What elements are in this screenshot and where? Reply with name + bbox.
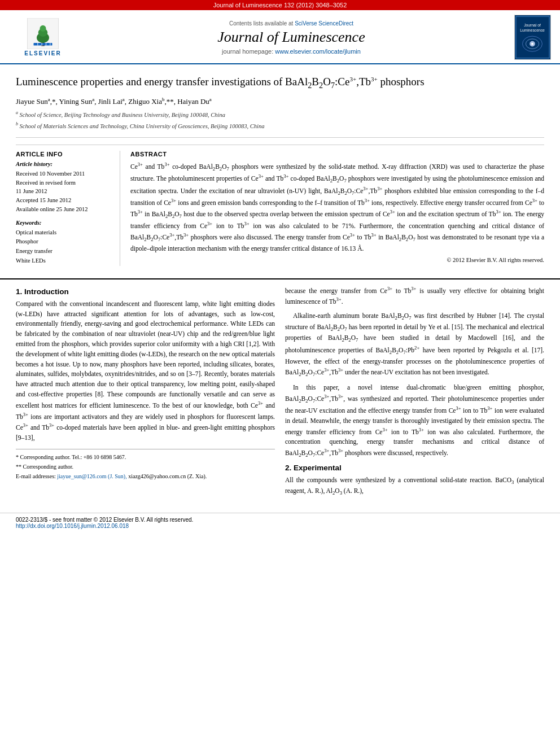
affiliations: a School of Science, Beijing Technology … (16, 110, 544, 138)
abstract-text: Ce3+ and Tb3+ co-doped BaAl2B2O7 phospho… (130, 161, 544, 254)
keyword-1: Optical materials (16, 228, 112, 238)
svg-text:Journal of: Journal of (524, 23, 541, 27)
body-right-col: because the energy transfer from Ce3+ to… (285, 285, 544, 501)
bottom-bar: 0022-2313/$ - see front matter © 2012 El… (0, 513, 560, 532)
svg-point-17 (531, 43, 533, 45)
contents-label: Contents lists available at (229, 20, 293, 27)
svg-text:Luminescence: Luminescence (520, 28, 545, 32)
abstract-heading: ABSTRACT (130, 151, 544, 158)
experimental-section-title: 2. Experimental (285, 464, 544, 472)
article-info-heading: ARTICLE INFO (16, 151, 112, 158)
elsevier-logo-area: ELSEVIER (9, 18, 77, 56)
keyword-4: White LEDs (16, 256, 112, 266)
svg-rect-5 (34, 43, 53, 46)
sciverse-line: Contents lists available at SciVerse Sci… (77, 20, 506, 27)
elsevier-wordmark: ELSEVIER (24, 50, 61, 56)
journal-reference: Journal of Luminescence 132 (2012) 3048–… (213, 2, 347, 8)
homepage-url[interactable]: www.elsevier.com/locate/jlumin (275, 48, 361, 55)
experimental-text: All the compounds were synthesized by a … (285, 475, 544, 497)
intro-para-1: Compared with the conventional incandesc… (16, 299, 275, 443)
keywords-label: Keywords: (16, 220, 112, 226)
journal-cover-image: Journal of Luminescence (514, 15, 551, 60)
page-wrapper: Journal of Luminescence 132 (2012) 3048–… (0, 0, 560, 747)
received-date: Received 10 November 2011 (16, 169, 112, 178)
body-two-col: 1. Introduction Compared with the conven… (16, 285, 544, 501)
email2: xiazg426@yahoo.com.cn (Z. Xia). (128, 473, 207, 479)
issn-line: 0022-2313/$ - see front matter © 2012 El… (16, 517, 544, 523)
accepted-date: Accepted 15 June 2012 (16, 196, 112, 205)
article-info-col: ARTICLE INFO Article history: Received 1… (16, 151, 120, 266)
email1: jiayue_sun@126.com (J. Sun), (57, 473, 126, 479)
email-label: E-mail addresses: (16, 473, 56, 479)
right-col-intro-text: because the energy transfer from Ce3+ to… (285, 285, 544, 460)
history-label: Article history: (16, 161, 112, 167)
abstract-col: ABSTRACT Ce3+ and Tb3+ co-doped BaAl2B2O… (130, 151, 544, 266)
affiliation-b: b School of Materials Sciences and Techn… (16, 121, 544, 130)
experimental-para-1: All the compounds were synthesized by a … (285, 475, 544, 497)
footnote-emails: E-mail addresses: jiayue_sun@126.com (J.… (16, 472, 275, 480)
info-abstract-section: ARTICLE INFO Article history: Received 1… (16, 145, 544, 266)
journal-header: ELSEVIER Contents lists available at Sci… (0, 10, 560, 64)
authors-line: Jiayue Suna,*, Yining Suna, Jinli Laia, … (16, 97, 544, 106)
footnote-star: * Corresponding author. Tel.: +86 10 689… (16, 453, 275, 461)
keyword-3: Energy transfer (16, 247, 112, 256)
footnote-double-star: ** Corresponding author. (16, 462, 275, 471)
body-left-col: 1. Introduction Compared with the conven… (16, 285, 275, 501)
journal-reference-bar: Journal of Luminescence 132 (2012) 3048–… (0, 0, 560, 10)
right-para-2: Alkaline-earth aluminum borate BaAl2B2O7… (285, 311, 544, 379)
journal-homepage: journal homepage: www.elsevier.com/locat… (77, 48, 506, 55)
received-revised-label: Received in revised form (16, 178, 112, 187)
journal-header-center: Contents lists available at SciVerse Sci… (77, 20, 506, 55)
article-title: Luminescence properties and energy trans… (16, 75, 544, 91)
footnotes-area: * Corresponding author. Tel.: +86 10 689… (16, 449, 275, 480)
right-para-1: because the energy transfer from Ce3+ to… (285, 285, 544, 307)
elsevier-logo: ELSEVIER (9, 18, 77, 56)
copyright-line: © 2012 Elsevier B.V. All rights reserved… (130, 257, 544, 263)
keyword-2: Phosphor (16, 237, 112, 247)
doi-link[interactable]: http://dx.doi.org/10.1016/j.jlumin.2012.… (16, 523, 129, 529)
right-para-3: In this paper, a novel intense dual-chro… (285, 383, 544, 460)
journal-cover-area: Journal of Luminescence (506, 15, 551, 60)
intro-section-title: 1. Introduction (16, 287, 275, 296)
email1-link[interactable]: jiayue_sun@126.com (J. Sun), (57, 473, 126, 479)
keywords-section: Keywords: Optical materials Phosphor Ene… (16, 220, 112, 266)
homepage-label: journal homepage: (222, 48, 273, 55)
sciverse-link[interactable]: SciVerse ScienceDirect (295, 20, 353, 27)
svg-rect-10 (515, 15, 550, 59)
svg-point-4 (40, 25, 46, 32)
intro-text: Compared with the conventional incandesc… (16, 299, 275, 443)
received-revised-date: 11 June 2012 (16, 187, 112, 196)
affiliation-a: a School of Science, Beijing Technology … (16, 110, 544, 119)
body-content: 1. Introduction Compared with the conven… (0, 278, 560, 513)
article-area: Luminescence properties and energy trans… (0, 64, 560, 276)
abstract-paragraph: Ce3+ and Tb3+ co-doped BaAl2B2O7 phospho… (130, 161, 544, 254)
available-date: Available online 25 June 2012 (16, 205, 112, 214)
doi-line: http://dx.doi.org/10.1016/j.jlumin.2012.… (16, 523, 544, 529)
journal-title: Journal of Luminescence (77, 29, 506, 46)
elsevier-tree-icon (26, 18, 60, 49)
